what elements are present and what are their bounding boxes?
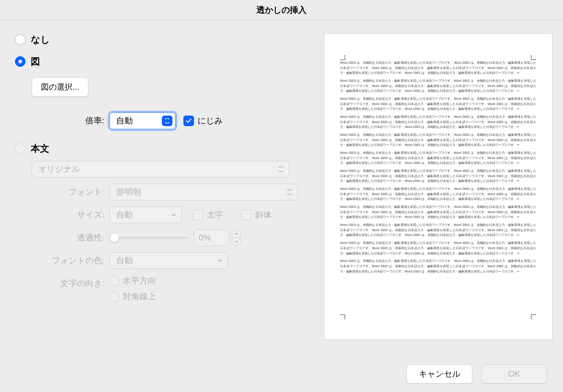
font-color-label: フォントの色: (32, 255, 110, 266)
transparency-stepper (232, 230, 241, 245)
cancel-button[interactable]: キャンセル (406, 364, 472, 384)
dialog-content: なし 図 図の選択... 倍率: 自動 (0, 20, 563, 356)
radio-text[interactable] (15, 143, 26, 154)
text-preset-dropdown: オリジナル (32, 161, 289, 178)
washout-label: にじみ (197, 115, 223, 127)
radio-picture-label: 図 (31, 55, 40, 68)
preview-paragraph: Word 2003 は、画期的な日本語入力・編集環境を実現した日本語ワープロです… (340, 186, 536, 202)
stepper-up (232, 230, 241, 238)
font-dropdown: 游明朝 (110, 184, 298, 200)
preview-paragraph: Word 2003 は、画期的な日本語入力・編集環境を実現した日本語ワープロです… (340, 204, 536, 220)
chevron-down-icon (162, 116, 172, 126)
preview-body: Word 2003 は、画期的な日本語入力・編集環境を実現した日本語ワープロです… (340, 60, 536, 274)
transparency-slider (110, 237, 189, 239)
corner-mark (340, 314, 345, 319)
orientation-horizontal-label: 水平方向 (123, 275, 156, 287)
font-label: フォント: (32, 186, 110, 198)
preview-paragraph: Word 2003 は、画期的な日本語入力・編集環境を実現した日本語ワープロです… (340, 222, 536, 238)
radio-picture[interactable] (15, 56, 26, 67)
chevron-down-icon (284, 187, 295, 197)
stepper-down (232, 238, 241, 245)
transparency-value: 0% (194, 229, 229, 246)
preview-paragraph: Word 2003 は、画期的な日本語入力・編集環境を実現した日本語ワープロです… (340, 78, 536, 94)
bold-checkbox (193, 210, 203, 220)
corner-mark (531, 314, 536, 319)
dialog-footer: キャンセル OK (0, 356, 563, 392)
settings-pane: なし 図 図の選択... 倍率: 自動 (11, 33, 311, 356)
slider-thumb (110, 233, 119, 243)
watermark-dialog: 透かしの挿入 なし 図 図の選択... 倍率: 自動 (0, 0, 563, 392)
radio-none-label: なし (31, 33, 50, 46)
preview-paragraph: Word 2003 は、画期的な日本語入力・編集環境を実現した日本語ワープロです… (340, 168, 536, 184)
font-color-dropdown: 自動 (110, 252, 228, 269)
preview-paragraph: Word 2003 は、画期的な日本語入力・編集環境を実現した日本語ワープロです… (340, 240, 536, 256)
washout-checkbox[interactable] (183, 116, 194, 126)
corner-mark (340, 55, 345, 60)
preview-paragraph: Word 2003 は、画期的な日本語入力・編集環境を実現した日本語ワープロです… (340, 150, 536, 166)
option-none-row[interactable]: なし (15, 33, 311, 46)
transparency-label: 透過性: (32, 232, 110, 243)
chevron-down-icon (276, 164, 286, 174)
scale-label: 倍率: (15, 115, 110, 127)
option-picture-row[interactable]: 図 (15, 55, 311, 68)
preview-paragraph: Word 2003 は、画期的な日本語入力・編集環境を実現した日本語ワープロです… (340, 96, 536, 112)
orientation-horizontal-radio (110, 276, 119, 286)
preview-paragraph: Word 2003 は、画期的な日本語入力・編集環境を実現した日本語ワープロです… (340, 114, 536, 130)
size-label: サイズ: (32, 209, 110, 221)
orientation-diagonal-label: 対角線上 (123, 291, 156, 302)
scale-value: 自動 (116, 115, 133, 127)
preview-paragraph: Word 2003 は、画期的な日本語入力・編集環境を実現した日本語ワープロです… (340, 132, 536, 148)
preview-paragraph: Word 2003 は、画期的な日本語入力・編集環境を実現した日本語ワープロです… (340, 60, 536, 76)
dialog-title: 透かしの挿入 (0, 0, 563, 20)
radio-text-label: 本文 (31, 142, 49, 155)
corner-mark (531, 55, 536, 60)
option-text-row[interactable]: 本文 (15, 142, 311, 155)
radio-none[interactable] (15, 34, 26, 45)
scale-dropdown[interactable]: 自動 (110, 113, 175, 129)
preview-pane: Word 2003 は、画期的な日本語入力・編集環境を実現した日本語ワープロです… (324, 33, 552, 356)
preview-paragraph: Word 2003 は、画期的な日本語入力・編集環境を実現した日本語ワープロです… (340, 258, 536, 274)
text-preset-value: オリジナル (38, 163, 80, 175)
chevron-down-icon (215, 255, 225, 266)
picture-section: 図の選択... (32, 77, 311, 97)
select-picture-button[interactable]: 図の選択... (32, 77, 88, 97)
document-preview: Word 2003 は、画期的な日本語入力・編集環境を実現した日本語ワープロです… (324, 33, 552, 340)
size-value: 自動 (116, 209, 133, 221)
orientation-label: 文字の向き: (32, 275, 110, 289)
ok-button: OK (481, 364, 547, 384)
size-dropdown: 自動 (110, 207, 182, 223)
chevron-down-icon (168, 210, 179, 220)
font-value: 游明朝 (116, 186, 141, 198)
bold-label: 太字 (207, 209, 223, 221)
orientation-diagonal-radio (110, 292, 119, 301)
italic-checkbox (241, 210, 252, 220)
font-color-value: 自動 (116, 255, 133, 266)
italic-label: 斜体 (255, 209, 272, 221)
